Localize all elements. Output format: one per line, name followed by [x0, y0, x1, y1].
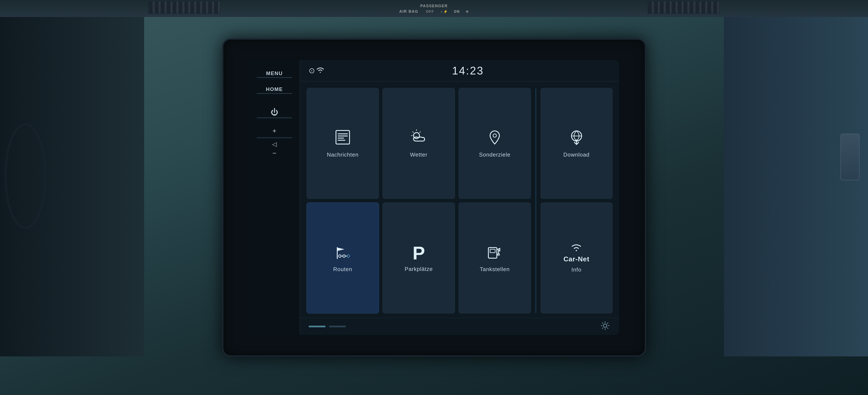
home-divider	[257, 93, 292, 94]
sidebar-item-volume-up[interactable]: +	[249, 125, 300, 136]
nachrichten-label: Nachrichten	[327, 151, 359, 158]
svg-line-9	[420, 132, 420, 132]
app-grid-side: Download	[540, 88, 613, 314]
download-label: Download	[563, 151, 590, 158]
menu-divider	[257, 77, 292, 78]
side-panel-right	[724, 17, 868, 357]
tile-wetter[interactable]: Wetter	[382, 88, 455, 199]
door-handle	[840, 134, 860, 180]
sidebar-item-volume-down[interactable]: −	[249, 148, 300, 158]
dashboard-top: PASSENGER AIR BAG OFF ☼⚡ ON ⊗	[0, 0, 868, 17]
svg-line-8	[413, 132, 413, 132]
tile-download[interactable]: Download	[540, 88, 613, 199]
header-bar: ⊙ 14:23	[300, 60, 619, 81]
airbag-airbag-text: AIR BAG	[399, 9, 418, 13]
nachrichten-icon	[334, 129, 351, 148]
tile-sonderziele[interactable]: Sonderziele	[459, 88, 531, 199]
svg-point-12	[339, 255, 341, 257]
routen-icon	[334, 243, 351, 263]
settings-icon[interactable]	[600, 320, 611, 333]
vent-grille-right	[648, 1, 720, 14]
sidebar-item-menu[interactable]: MENU	[249, 64, 300, 80]
bottom-bar	[300, 318, 619, 335]
sidebar: MENU HOME ⏻ + ◁	[249, 60, 300, 335]
carnet-badge: Car-Net	[563, 243, 589, 263]
wetter-icon	[410, 129, 427, 148]
main-content: ⊙ 14:23	[300, 60, 619, 335]
airbag-on-text: ON	[454, 10, 460, 13]
tankstellen-icon	[486, 243, 503, 263]
carnet-text: Car-Net	[563, 255, 589, 263]
svg-rect-18	[490, 249, 495, 253]
tile-nachrichten[interactable]: Nachrichten	[307, 88, 379, 199]
sidebar-item-home[interactable]: HOME	[249, 80, 300, 96]
power-divider	[257, 117, 292, 118]
svg-point-14	[347, 255, 349, 257]
scroll-dot-2	[329, 326, 346, 327]
sidebar-item-volume-bar	[249, 136, 300, 140]
screen-housing: MENU HOME ⏻ + ◁	[222, 38, 646, 357]
speaker-icon: ◁	[272, 141, 277, 148]
sidebar-item-volume-symbol[interactable]: ◁	[249, 140, 300, 148]
sidebar-item-power[interactable]: ⏻	[249, 103, 300, 121]
scroll-indicators	[309, 326, 346, 327]
svg-rect-0	[336, 131, 349, 144]
carnet-wifi-icon	[570, 243, 583, 254]
tile-routen[interactable]: Routen	[307, 202, 379, 314]
vent-grille-left	[148, 1, 220, 14]
tile-parkplaetze[interactable]: P Parkplätze	[382, 202, 455, 314]
scroll-dot-1	[309, 326, 326, 327]
power-icon: ⏻	[271, 108, 278, 117]
airbag-passenger-text: PASSENGER	[420, 4, 448, 8]
tile-tankstellen[interactable]: Tankstellen	[459, 202, 531, 314]
airbag-x-icon: ⊗	[466, 10, 469, 13]
side-panel-left	[0, 17, 144, 357]
volume-up-icon: +	[272, 127, 276, 135]
routen-label: Routen	[333, 266, 352, 273]
airbag-label: PASSENGER AIR BAG OFF ☼⚡ ON ⊗	[399, 3, 469, 14]
home-label: HOME	[266, 86, 283, 92]
svg-point-23	[603, 324, 607, 327]
airbag-icons: ☼⚡	[440, 10, 448, 13]
volume-bar-divider	[257, 138, 292, 138]
tile-info[interactable]: Car-Net Info	[540, 202, 613, 314]
steering-wheel-hint	[4, 123, 46, 229]
wetter-label: Wetter	[410, 151, 427, 158]
svg-point-13	[343, 255, 345, 257]
download-icon	[568, 129, 585, 148]
grid-area: Nachrichten	[300, 81, 619, 318]
grid-separator	[535, 88, 536, 314]
tankstellen-label: Tankstellen	[480, 266, 510, 273]
menu-label: MENU	[266, 70, 283, 76]
header-left: ⊙	[309, 66, 315, 75]
infotainment-screen: MENU HOME ⏻ + ◁	[249, 60, 620, 335]
svg-point-10	[493, 134, 496, 137]
info-label: Info	[571, 266, 582, 273]
clock-display: 14:23	[326, 64, 611, 77]
parkplaetze-label: Parkplätze	[405, 266, 433, 272]
volume-down-icon: −	[272, 149, 276, 157]
location-icon: ⊙	[309, 66, 315, 75]
car-interior: PASSENGER AIR BAG OFF ☼⚡ ON ⊗ MENU	[0, 0, 868, 395]
sonderziele-icon	[486, 129, 503, 148]
sonderziele-label: Sonderziele	[479, 151, 510, 158]
app-grid-main: Nachrichten	[307, 88, 531, 314]
wifi-icon	[315, 65, 326, 76]
parkplaetze-icon: P	[412, 244, 425, 262]
airbag-off-text: OFF	[426, 10, 434, 13]
